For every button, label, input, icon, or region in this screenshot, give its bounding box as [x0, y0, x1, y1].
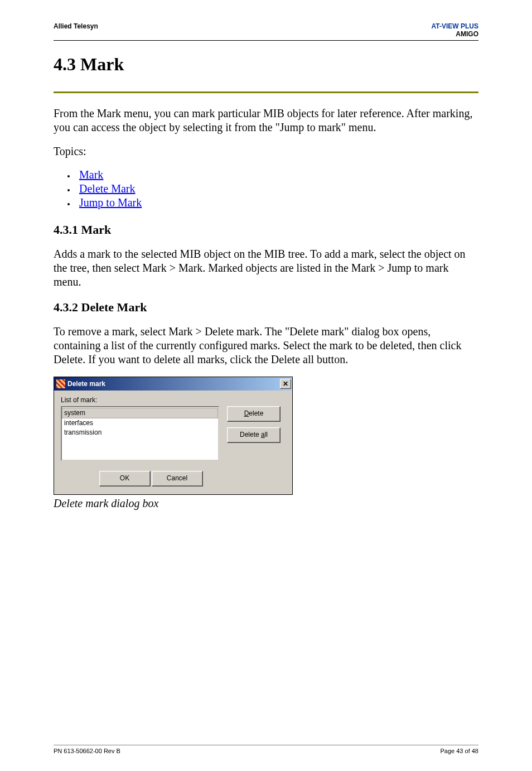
footer-divider — [54, 745, 478, 745]
subsection-mark-body: Adds a mark to the selected MIB object o… — [54, 247, 478, 289]
dialog-titlebar: Delete mark ✕ — [54, 377, 292, 391]
header-product: AT-VIEW PLUS — [432, 22, 478, 30]
header-left: Allied Telesyn — [54, 22, 98, 38]
delete-button[interactable]: Delete — [227, 406, 280, 422]
cancel-button[interactable]: Cancel — [152, 471, 203, 486]
dialog-icon — [56, 379, 65, 388]
header-divider — [54, 40, 478, 41]
dialog-caption: Delete mark dialog box — [54, 497, 478, 510]
header-subproduct: AMIGO — [432, 30, 478, 38]
page-footer: PN 613-50662-00 Rev B Page 43 of 48 — [54, 745, 478, 754]
footer-right: Page 43 of 48 — [440, 748, 478, 754]
topics-label: Topics: — [54, 144, 478, 158]
footer-left: PN 613-50662-00 Rev B — [54, 748, 120, 754]
delete-mark-dialog: Delete mark ✕ List of mark: system inter… — [54, 377, 293, 495]
list-item[interactable]: system — [62, 408, 218, 418]
delete-all-button[interactable]: Delete all — [227, 427, 280, 443]
link-jump-to-mark[interactable]: Jump to Mark — [79, 196, 142, 209]
title-divider — [54, 91, 478, 93]
list-item: Mark — [76, 168, 478, 181]
dialog-title: Delete mark — [67, 380, 105, 388]
mark-listbox[interactable]: system interfaces transmission — [61, 406, 219, 461]
close-icon: ✕ — [283, 380, 288, 387]
ok-button[interactable]: OK — [99, 471, 151, 486]
header-right: AT-VIEW PLUS AMIGO — [432, 22, 478, 38]
subsection-delete-mark-title: 4.3.2 Delete Mark — [54, 300, 478, 315]
listbox-label: List of mark: — [61, 396, 286, 404]
intro-paragraph: From the Mark menu, you can mark particu… — [54, 107, 478, 134]
page-title: 4.3 Mark — [54, 54, 478, 75]
link-delete-mark[interactable]: Delete Mark — [79, 182, 136, 195]
close-button[interactable]: ✕ — [280, 379, 291, 389]
page-header: Allied Telesyn AT-VIEW PLUS AMIGO — [54, 22, 478, 38]
list-item: Delete Mark — [76, 182, 478, 195]
list-item: Jump to Mark — [76, 196, 478, 209]
topics-list: Mark Delete Mark Jump to Mark — [76, 168, 478, 209]
subsection-delete-mark-body: To remove a mark, select Mark > Delete m… — [54, 325, 478, 367]
subsection-mark-title: 4.3.1 Mark — [54, 223, 478, 237]
link-mark[interactable]: Mark — [79, 168, 103, 181]
list-item[interactable]: transmission — [62, 428, 218, 437]
list-item[interactable]: interfaces — [62, 418, 218, 428]
